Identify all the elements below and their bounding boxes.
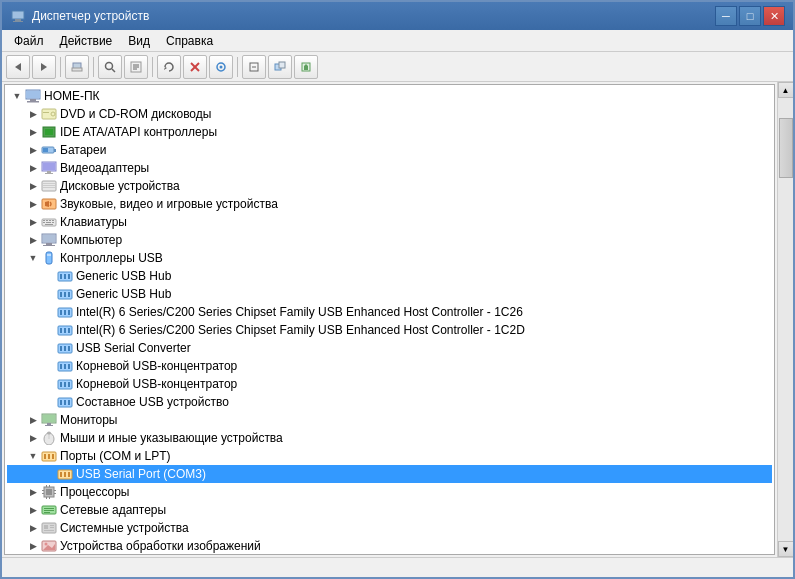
svg-rect-48 (46, 220, 48, 221)
device-icon-5 (41, 196, 57, 212)
tree-item-11[interactable]: ▶Intel(R) 6 Series/C200 Series Chipset F… (7, 303, 772, 321)
maximize-button[interactable]: □ (739, 6, 761, 26)
expand-icon-22[interactable]: ▶ (25, 502, 41, 518)
svg-rect-26 (30, 99, 36, 101)
scroll-down-arrow[interactable]: ▼ (778, 541, 794, 557)
properties-button[interactable] (124, 55, 148, 79)
vertical-scrollbar[interactable]: ▲ ▼ (777, 82, 793, 557)
tree-item-10[interactable]: ▶Generic USB Hub (7, 285, 772, 303)
svg-rect-74 (60, 328, 62, 333)
svg-rect-38 (47, 171, 51, 173)
expand-icon-2[interactable]: ▶ (25, 142, 41, 158)
tree-item-22[interactable]: ▶Сетевые адаптеры (7, 501, 772, 519)
expand-icon-8[interactable]: ▼ (25, 250, 41, 266)
scroll-thumb[interactable] (779, 118, 793, 178)
search-button[interactable] (98, 55, 122, 79)
update-button[interactable] (157, 55, 181, 79)
expand-icon-17[interactable]: ▶ (25, 412, 41, 428)
device-label-20: USB Serial Port (COM3) (76, 467, 206, 481)
tree-item-18[interactable]: ▶Мыши и иные указывающие устройства (7, 429, 772, 447)
svg-rect-39 (45, 173, 53, 174)
expand-icon-5[interactable]: ▶ (25, 196, 41, 212)
device-label-3: Видеоадаптеры (60, 161, 149, 175)
tree-item-0[interactable]: ▶DVD и CD-ROM дисководы (7, 105, 772, 123)
device-icon-12 (57, 322, 73, 338)
extra3-button[interactable] (294, 55, 318, 79)
expand-icon-1[interactable]: ▶ (25, 124, 41, 140)
close-button[interactable]: ✕ (763, 6, 785, 26)
window-title: Диспетчер устройств (32, 9, 149, 23)
device-icon-17 (41, 412, 57, 428)
tree-item-23[interactable]: ▶Системные устройства (7, 519, 772, 537)
status-bar (2, 557, 793, 577)
expand-icon-0[interactable]: ▶ (25, 106, 41, 122)
menu-help[interactable]: Справка (158, 32, 221, 49)
svg-rect-51 (43, 222, 45, 223)
tree-item-14[interactable]: ▶Корневой USB-концентратор (7, 357, 772, 375)
device-tree[interactable]: ▼ HOME-ПК ▶DVD и CD-ROM дисководы▶IDE AT… (4, 84, 775, 555)
svg-rect-116 (46, 497, 47, 499)
tree-item-8[interactable]: ▼Контроллеры USB (7, 249, 772, 267)
svg-rect-71 (64, 310, 66, 315)
up-button[interactable] (65, 55, 89, 79)
svg-rect-115 (49, 485, 50, 487)
menu-view[interactable]: Вид (120, 32, 158, 49)
device-icon-2 (41, 142, 57, 158)
scroll-up-arrow[interactable]: ▲ (778, 82, 794, 98)
menu-action[interactable]: Действие (52, 32, 121, 49)
back-button[interactable] (6, 55, 30, 79)
expand-icon-4[interactable]: ▶ (25, 178, 41, 194)
root-expand-icon[interactable]: ▼ (9, 88, 25, 104)
tree-item-1[interactable]: ▶IDE ATA/ATAPI контроллеры (7, 123, 772, 141)
device-icon-4 (41, 178, 57, 194)
svg-rect-126 (44, 530, 54, 531)
expand-icon-23[interactable]: ▶ (25, 520, 41, 536)
tree-item-4[interactable]: ▶Дисковые устройства (7, 177, 772, 195)
expand-icon-18[interactable]: ▶ (25, 430, 41, 446)
tree-item-6[interactable]: ▶Клавиатуры (7, 213, 772, 231)
tree-item-12[interactable]: ▶Intel(R) 6 Series/C200 Series Chipset F… (7, 321, 772, 339)
svg-rect-75 (64, 328, 66, 333)
forward-button[interactable] (32, 55, 56, 79)
device-label-2: Батареи (60, 143, 106, 157)
device-icon-14 (57, 358, 73, 374)
expand-icon-7[interactable]: ▶ (25, 232, 41, 248)
tree-item-24[interactable]: ▶Устройства обработки изображений (7, 537, 772, 555)
svg-rect-114 (46, 485, 47, 487)
svg-rect-57 (46, 243, 52, 245)
scan-button[interactable] (209, 55, 233, 79)
expand-icon-24[interactable]: ▶ (25, 538, 41, 554)
tree-item-19[interactable]: ▼Порты (COM и LPT) (7, 447, 772, 465)
extra2-button[interactable] (268, 55, 292, 79)
minimize-button[interactable]: ─ (715, 6, 737, 26)
expand-icon-3[interactable]: ▶ (25, 160, 41, 176)
device-icon-11 (57, 304, 73, 320)
tree-item-9[interactable]: ▶Generic USB Hub (7, 267, 772, 285)
tree-root[interactable]: ▼ HOME-ПК (7, 87, 772, 105)
device-label-5: Звуковые, видео и игровые устройства (60, 197, 278, 211)
extra1-button[interactable] (242, 55, 266, 79)
tree-item-13[interactable]: ▶USB Serial Converter (7, 339, 772, 357)
tree-item-7[interactable]: ▶Компьютер (7, 231, 772, 249)
svg-rect-120 (44, 510, 54, 511)
svg-rect-80 (68, 346, 70, 351)
expand-icon-21[interactable]: ▶ (25, 484, 41, 500)
scroll-track[interactable] (778, 98, 794, 541)
svg-rect-76 (68, 328, 70, 333)
tree-item-21[interactable]: ▶Процессоры (7, 483, 772, 501)
expand-icon-6[interactable]: ▶ (25, 214, 41, 230)
tree-item-20[interactable]: ▶USB Serial Port (COM3) (7, 465, 772, 483)
tree-item-2[interactable]: ▶Батареи (7, 141, 772, 159)
tree-item-16[interactable]: ▶Составное USB устройство (7, 393, 772, 411)
svg-marker-13 (164, 67, 167, 70)
tree-item-5[interactable]: ▶Звуковые, видео и игровые устройства (7, 195, 772, 213)
svg-point-17 (220, 65, 223, 68)
root-label: HOME-ПК (44, 89, 100, 103)
tree-item-3[interactable]: ▶Видеоадаптеры (7, 159, 772, 177)
uninstall-button[interactable] (183, 55, 207, 79)
svg-rect-124 (50, 525, 54, 526)
tree-item-17[interactable]: ▶Мониторы (7, 411, 772, 429)
tree-item-15[interactable]: ▶Корневой USB-концентратор (7, 375, 772, 393)
menu-file[interactable]: Файл (6, 32, 52, 49)
expand-icon-19[interactable]: ▼ (25, 448, 41, 464)
